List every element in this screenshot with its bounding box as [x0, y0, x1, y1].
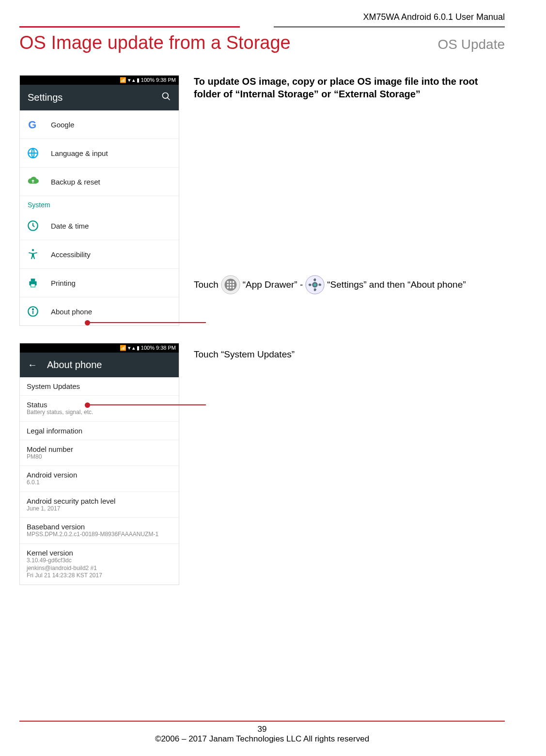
svg-point-20 [227, 287, 229, 289]
header-rule [19, 26, 505, 28]
settings-row-printing[interactable]: Printing [20, 269, 179, 297]
svg-point-21 [230, 287, 232, 289]
svg-point-5 [32, 249, 34, 251]
settings-row-language[interactable]: Language & input [20, 139, 179, 168]
svg-rect-8 [31, 284, 35, 287]
settings-row-label: Printing [51, 279, 76, 287]
about-row-baseband[interactable]: Baseband version MPSS.DPM.2.0.2.c1-00189… [20, 518, 179, 544]
about-row-model[interactable]: Model number PM80 [20, 440, 179, 466]
svg-point-18 [230, 284, 232, 286]
printer-icon [27, 277, 39, 289]
about-row-android-version[interactable]: Android version 6.0.1 [20, 466, 179, 492]
status-bar: 📶 ▾ ▴ ▮ 100% 9:38 PM [20, 343, 179, 353]
instruction-about-phone: Touch “App Drawer” - “Settings” and then… [194, 275, 505, 295]
back-arrow-icon[interactable]: ← [28, 359, 37, 370]
status-bar: 📶 ▾ ▴ ▮ 100% 9:38 PM [20, 76, 179, 85]
svg-point-11 [32, 309, 33, 310]
settings-gear-icon [305, 275, 325, 295]
svg-point-15 [230, 281, 232, 283]
accessibility-icon [27, 248, 39, 261]
settings-row-label: Backup & reset [51, 178, 100, 186]
doc-title: XM75WA Android 6.0.1 User Manual [19, 12, 505, 22]
svg-point-17 [227, 284, 229, 286]
settings-row-google[interactable]: G Google [20, 110, 179, 139]
svg-point-14 [227, 281, 229, 283]
about-row-kernel[interactable]: Kernel version 3.10.49-gd6cf3dc jenkins@… [20, 544, 179, 585]
svg-point-19 [233, 284, 234, 286]
svg-point-0 [163, 93, 169, 99]
svg-point-16 [233, 281, 234, 283]
settings-row-label: Language & input [51, 149, 108, 157]
svg-text:G: G [28, 119, 36, 131]
callout-line-system-updates [87, 404, 206, 405]
app-bar-settings: Settings [20, 85, 179, 110]
screenshot-settings: 📶 ▾ ▴ ▮ 100% 9:38 PM Settings G Google [19, 75, 179, 326]
settings-row-label: Google [51, 121, 74, 129]
svg-line-1 [168, 98, 170, 100]
about-row-status[interactable]: Status Battery status, signal, etc. [20, 396, 179, 422]
about-row-security-patch[interactable]: Android security patch level June 1, 201… [20, 492, 179, 518]
app-drawer-icon [220, 275, 241, 295]
svg-rect-7 [31, 278, 35, 281]
intro-text: To update OS image, copy or place OS ima… [194, 75, 505, 100]
page-number: 39 [19, 725, 505, 734]
settings-row-about-phone[interactable]: About phone [20, 297, 179, 325]
settings-row-datetime[interactable]: Date & time [20, 212, 179, 240]
cloud-up-icon [27, 175, 39, 188]
settings-row-label: About phone [51, 308, 92, 316]
settings-row-label: Date & time [51, 222, 89, 230]
settings-row-accessibility[interactable]: Accessibility [20, 240, 179, 269]
globe-icon [27, 147, 39, 159]
clock-icon [27, 219, 39, 232]
about-row-system-updates[interactable]: System Updates [20, 377, 179, 396]
copyright: ©2006 – 2017 Janam Technologies LLC All … [19, 734, 505, 744]
search-icon[interactable] [161, 92, 171, 104]
section-header-system: System [20, 196, 179, 212]
about-row-legal[interactable]: Legal information [20, 422, 179, 440]
app-bar-title: About phone [47, 359, 171, 370]
settings-row-backup[interactable]: Backup & reset [20, 168, 179, 196]
info-icon [27, 305, 39, 318]
settings-row-label: Accessibility [51, 250, 91, 259]
svg-point-22 [233, 287, 234, 289]
page-footer: 39 ©2006 – 2017 Janam Technologies LLC A… [19, 721, 505, 744]
app-bar-about: ← About phone [20, 353, 179, 377]
page-subtitle: OS Update [437, 37, 505, 52]
instruction-system-updates: Touch “System Updates” [194, 348, 505, 361]
page-title: OS Image update from a Storage [19, 32, 291, 53]
svg-point-33 [313, 283, 316, 286]
app-bar-title: Settings [28, 92, 161, 103]
callout-line-about-phone [87, 322, 206, 323]
google-g-icon: G [27, 118, 39, 131]
screenshot-about-phone: 📶 ▾ ▴ ▮ 100% 9:38 PM ← About phone Syste… [19, 343, 179, 585]
